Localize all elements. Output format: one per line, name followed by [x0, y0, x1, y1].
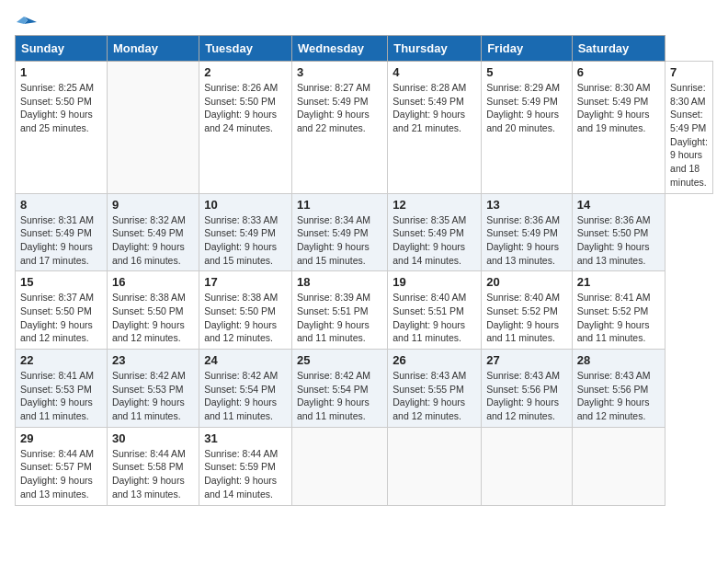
table-row: 28Sunrise: 8:43 AMSunset: 5:56 PMDayligh… — [572, 350, 665, 428]
table-row: 29Sunrise: 8:44 AMSunset: 5:57 PMDayligh… — [16, 427, 108, 505]
table-row: 1Sunrise: 8:25 AMSunset: 5:50 PMDaylight… — [16, 62, 108, 194]
calendar-week-3: 15Sunrise: 8:37 AMSunset: 5:50 PMDayligh… — [16, 271, 713, 350]
header-wednesday: Wednesday — [291, 36, 387, 62]
table-row — [482, 427, 573, 505]
table-row: 3Sunrise: 8:27 AMSunset: 5:49 PMDaylight… — [291, 62, 387, 194]
table-row: 20Sunrise: 8:40 AMSunset: 5:52 PMDayligh… — [482, 271, 573, 350]
page-header — [15, 15, 713, 28]
table-row: 24Sunrise: 8:42 AMSunset: 5:54 PMDayligh… — [199, 350, 292, 428]
table-row: 15Sunrise: 8:37 AMSunset: 5:50 PMDayligh… — [16, 271, 108, 350]
table-row: 23Sunrise: 8:42 AMSunset: 5:53 PMDayligh… — [107, 350, 199, 428]
table-row: 7Sunrise: 8:30 AMSunset: 5:49 PMDaylight… — [665, 62, 713, 194]
table-row: 9Sunrise: 8:32 AMSunset: 5:49 PMDaylight… — [107, 193, 199, 271]
table-row: 13Sunrise: 8:36 AMSunset: 5:49 PMDayligh… — [482, 193, 573, 271]
calendar-week-2: 8Sunrise: 8:31 AMSunset: 5:49 PMDaylight… — [16, 193, 713, 271]
table-row — [291, 427, 387, 505]
table-row: 8Sunrise: 8:31 AMSunset: 5:49 PMDaylight… — [16, 193, 108, 271]
header-thursday: Thursday — [388, 36, 482, 62]
calendar-week-4: 22Sunrise: 8:41 AMSunset: 5:53 PMDayligh… — [16, 350, 713, 428]
table-row: 27Sunrise: 8:43 AMSunset: 5:56 PMDayligh… — [482, 350, 573, 428]
logo — [15, 15, 37, 28]
table-row: 16Sunrise: 8:38 AMSunset: 5:50 PMDayligh… — [107, 271, 199, 350]
table-row: 19Sunrise: 8:40 AMSunset: 5:51 PMDayligh… — [388, 271, 482, 350]
table-row: 25Sunrise: 8:42 AMSunset: 5:54 PMDayligh… — [291, 350, 387, 428]
header-tuesday: Tuesday — [199, 36, 292, 62]
table-row: 14Sunrise: 8:36 AMSunset: 5:50 PMDayligh… — [572, 193, 665, 271]
header-monday: Monday — [107, 36, 199, 62]
table-row: 5Sunrise: 8:29 AMSunset: 5:49 PMDaylight… — [482, 62, 573, 194]
table-row: 4Sunrise: 8:28 AMSunset: 5:49 PMDaylight… — [388, 62, 482, 194]
logo-bird-icon — [17, 15, 37, 31]
table-row: 11Sunrise: 8:34 AMSunset: 5:49 PMDayligh… — [291, 193, 387, 271]
table-row: 30Sunrise: 8:44 AMSunset: 5:58 PMDayligh… — [107, 427, 199, 505]
table-row: 10Sunrise: 8:33 AMSunset: 5:49 PMDayligh… — [199, 193, 292, 271]
table-row — [572, 427, 665, 505]
header-saturday: Saturday — [572, 36, 665, 62]
table-row: 17Sunrise: 8:38 AMSunset: 5:50 PMDayligh… — [199, 271, 292, 350]
header-friday: Friday — [482, 36, 573, 62]
table-row: 6Sunrise: 8:30 AMSunset: 5:49 PMDaylight… — [572, 62, 665, 194]
table-row: 22Sunrise: 8:41 AMSunset: 5:53 PMDayligh… — [16, 350, 108, 428]
table-row: 18Sunrise: 8:39 AMSunset: 5:51 PMDayligh… — [291, 271, 387, 350]
table-row: 2Sunrise: 8:26 AMSunset: 5:50 PMDaylight… — [199, 62, 292, 194]
table-row: 31Sunrise: 8:44 AMSunset: 5:59 PMDayligh… — [199, 427, 292, 505]
table-row: 21Sunrise: 8:41 AMSunset: 5:52 PMDayligh… — [572, 271, 665, 350]
calendar-week-1: 1Sunrise: 8:25 AMSunset: 5:50 PMDaylight… — [16, 62, 713, 194]
header-row: SundayMondayTuesdayWednesdayThursdayFrid… — [16, 36, 713, 62]
table-row — [388, 427, 482, 505]
table-row — [107, 62, 199, 194]
table-row: 26Sunrise: 8:43 AMSunset: 5:55 PMDayligh… — [388, 350, 482, 428]
table-row: 12Sunrise: 8:35 AMSunset: 5:49 PMDayligh… — [388, 193, 482, 271]
calendar-table: SundayMondayTuesdayWednesdayThursdayFrid… — [15, 35, 713, 506]
calendar-week-5: 29Sunrise: 8:44 AMSunset: 5:57 PMDayligh… — [16, 427, 713, 505]
header-sunday: Sunday — [16, 36, 108, 62]
